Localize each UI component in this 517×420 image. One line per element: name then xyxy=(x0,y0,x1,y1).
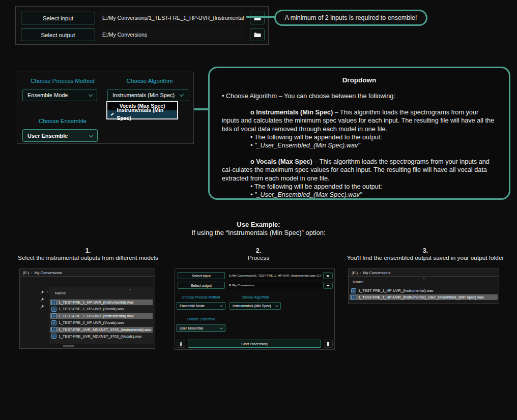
algorithm-dropdown[interactable]: Instrumentals (Min Spec) xyxy=(229,302,281,310)
file-name: 1_TEST-FRE_1_HP-UVR_(Instrumental).wav xyxy=(59,300,134,305)
info-button[interactable]: ! xyxy=(177,340,185,348)
breadcrumb[interactable]: (E:) › My Conversions xyxy=(20,269,155,277)
ensemble-value: User Ensemble xyxy=(27,133,68,139)
algorithm-label: Choose Algorithm xyxy=(229,295,281,299)
input-path-field[interactable]: E:/My Conversions/1_TEST-FRE_1_HP-UVR_(I… xyxy=(227,272,321,279)
output-path-field[interactable]: E:/My Conversions xyxy=(227,282,321,289)
quick-access-item[interactable]: ^ xyxy=(40,290,48,294)
folder-icon xyxy=(327,284,329,287)
file-row[interactable]: ♪ 1_TEST-FRE_1_HP-UVR_(Instrumental).wav xyxy=(350,288,498,293)
file-name: 1_TEST-FRE_1_HP-UVR_(Instrumental)_User_… xyxy=(358,295,484,299)
browse-output-button[interactable] xyxy=(323,282,333,289)
step-1-heading: 1. Select the instrumental outputs from … xyxy=(3,247,174,261)
audio-file-icon: ♪ xyxy=(351,295,356,300)
chevron-down-icon xyxy=(89,133,93,137)
file-name: 1_TEST-FRE_UVR_MDXNET_9703_(Vocals).wav xyxy=(59,334,141,339)
doc-append-note: • The following will be appended to the … xyxy=(222,183,497,191)
file-row[interactable]: ♪ 1_TEST-FRE_1_HP-UVR_(Vocals).wav xyxy=(50,306,153,312)
horizontal-scrollbar[interactable] xyxy=(49,344,154,347)
collapse-caret-icon[interactable]: ^ xyxy=(46,290,48,294)
breadcrumb[interactable]: (E:) › My Conversions xyxy=(349,269,499,277)
process-method-dropdown[interactable]: Ensemble Mode xyxy=(22,89,97,101)
step-caption: You'll find the ensembled output saved i… xyxy=(334,254,517,261)
file-list: ♪ 1_TEST-FRE_1_HP-UVR_(Instrumental).wav… xyxy=(350,288,498,302)
doc-title: Dropdown xyxy=(222,76,497,84)
algorithm-dropdown-menu: Vocals (Max Spec) ✔ Instrumentals (Min S… xyxy=(106,101,178,119)
use-example-subtitle: If using the “Instrumentals (Min Spec)” … xyxy=(131,229,386,236)
stop-button[interactable] xyxy=(324,340,333,348)
process-method-dropdown[interactable]: Ensemble Mode xyxy=(177,302,225,310)
quick-access-item[interactable] xyxy=(40,305,44,309)
ensemble-hint-callout: A minimum of 2 inputs is required to ens… xyxy=(274,10,427,26)
scrollbar-thumb[interactable] xyxy=(63,345,74,347)
file-row[interactable]: ♪ 1_TEST-FRE_UVR_MDXNET_9703_(Instrument… xyxy=(50,327,153,333)
process-method-label: Choose Process Method xyxy=(177,295,225,299)
sort-caret-icon[interactable]: ^ xyxy=(423,277,425,281)
explorer-inputs-window: (E:) › My Conversions ^ Name ^ ♪ 1_TEST-… xyxy=(19,268,155,349)
step-3-heading: 3. You'll find the ensembled output save… xyxy=(334,247,517,261)
tutorial-canvas: Select input E:/My Conversions/1_TEST-FR… xyxy=(0,0,517,420)
doc-section-heading: o Vocals (Max Spec) xyxy=(250,158,312,165)
select-output-button[interactable]: Select output xyxy=(178,282,225,289)
process-method-label: Choose Process Method xyxy=(21,78,104,84)
ensemble-dropdown[interactable]: User Ensemble xyxy=(177,324,225,332)
sort-caret-icon[interactable]: ^ xyxy=(129,288,131,292)
browse-input-button[interactable] xyxy=(323,272,333,279)
select-output-button[interactable]: Select output xyxy=(21,28,95,41)
file-name: 1_TEST-FRE_1_HP-UVR_(Vocals).wav xyxy=(59,307,124,311)
file-row[interactable]: ♪ 1_TEST-FRE_1_HP-UVR_(Instrumental).wav xyxy=(50,299,153,305)
name-column-header[interactable]: Name xyxy=(353,280,363,284)
step-number: 3. xyxy=(334,247,517,254)
audio-file-icon: ♪ xyxy=(351,288,356,293)
pin-icon xyxy=(40,297,44,302)
breadcrumb-drive[interactable]: (E:) xyxy=(23,271,29,275)
output-path-field[interactable]: E:/My Conversions xyxy=(100,28,244,41)
chevron-down-icon xyxy=(220,326,223,329)
ensemble-value: User Ensemble xyxy=(180,326,203,330)
input-path-field[interactable]: E:/My Conversions/1_TEST-FRE_1_HP-UVR_(I… xyxy=(100,12,244,24)
doc-intro: • Choose Algorithm – You can choose betw… xyxy=(222,92,497,100)
ensemble-dropdown[interactable]: User Ensemble xyxy=(22,129,98,142)
file-list: ♪ 1_TEST-FRE_1_HP-UVR_(Instrumental).wav… xyxy=(50,299,153,340)
doc-append-value: • "_User_Ensembled_(Max Spec).wav" xyxy=(222,191,497,199)
file-row[interactable]: ♪ 1_TEST-FRE_UVR_MDXNET_9703_(Vocals).wa… xyxy=(50,334,153,339)
doc-append-value: • "_User_Ensembled_(Min Spec).wav" xyxy=(222,141,497,149)
file-row[interactable]: ♪ 1_TEST-FRE_1_HP-UVR_(Instrumental)_Use… xyxy=(350,294,498,300)
name-column-header[interactable]: Name xyxy=(55,291,66,295)
ensemble-label: Choose Ensemble xyxy=(21,118,104,124)
algorithm-dropdown[interactable]: Instrumentals (Min Spec) xyxy=(107,89,188,101)
doc-section-heading: o Instrumentals (Min Spec) xyxy=(250,109,333,116)
select-input-button[interactable]: Select input xyxy=(178,272,225,279)
audio-file-icon: ♪ xyxy=(51,307,56,312)
pin-icon xyxy=(40,305,44,309)
breadcrumb-folder[interactable]: My Conversions xyxy=(34,271,62,275)
quick-access-item[interactable] xyxy=(40,297,44,302)
breadcrumb-folder[interactable]: My Conversions xyxy=(363,271,390,275)
select-input-button[interactable]: Select input xyxy=(21,12,95,24)
breadcrumb-drive[interactable]: (E:) xyxy=(352,271,358,275)
docbox-connector-line xyxy=(194,108,209,110)
info-icon: ! xyxy=(180,342,182,346)
explorer-output-window: (E:) › My Conversions ^ Name ♪ 1_TEST-FR… xyxy=(348,268,499,304)
pin-icon xyxy=(40,290,44,294)
io-panel: Select input E:/My Conversions/1_TEST-FR… xyxy=(15,6,269,45)
file-row[interactable]: ♪ 1_TEST-FRE_2_HP-UVR_(Instrumental).wav xyxy=(50,313,153,319)
file-name: 1_TEST-FRE_2_HP-UVR_(Vocals).wav xyxy=(59,320,124,325)
ensemble-label: Choose Ensemble xyxy=(177,317,225,321)
ensemble-options-panel: Choose Process Method Choose Algorithm E… xyxy=(17,72,194,144)
use-example-title: Use Example: xyxy=(131,221,386,228)
browse-input-button[interactable] xyxy=(250,12,265,24)
step-number: 1. xyxy=(3,247,174,254)
file-row[interactable]: ♪ 1_TEST-FRE_2_HP-UVR_(Vocals).wav xyxy=(50,320,153,325)
start-processing-button[interactable]: Start Processing xyxy=(188,340,321,348)
browse-output-button[interactable] xyxy=(250,28,265,41)
process-method-value: Ensemble Mode xyxy=(27,92,68,98)
menu-item-instrumentals-min-spec[interactable]: ✔ Instrumentals (Min Spec) xyxy=(107,110,177,118)
use-example-block: Use Example: If using the “Instrumentals… xyxy=(131,221,386,236)
chevron-down-icon xyxy=(89,93,93,97)
chevron-down-icon xyxy=(275,304,278,307)
chevron-right-icon: › xyxy=(31,271,32,275)
step-caption: Select the instrumental outputs from dif… xyxy=(3,254,174,261)
algorithm-value: Instrumentals (Min Spec) xyxy=(233,304,271,308)
chevron-down-icon xyxy=(220,304,223,307)
